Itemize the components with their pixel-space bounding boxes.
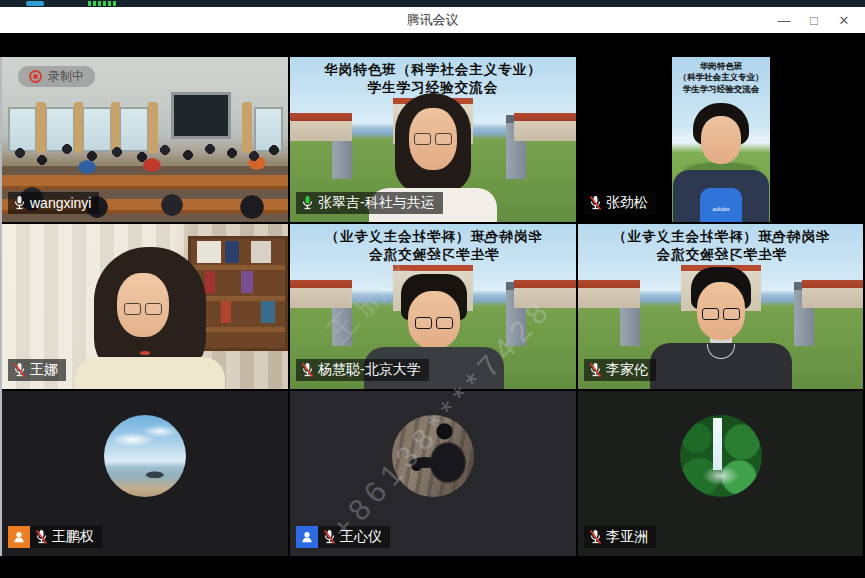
mic-muted-icon	[323, 529, 336, 545]
tshirt-shape	[700, 188, 742, 222]
window-titlebar[interactable]: 腾讯会议 — □ ✕	[0, 7, 865, 33]
participant-name: wangxinyi	[30, 195, 91, 211]
glasses-shape	[415, 317, 453, 329]
participant-figure: adidas	[672, 103, 770, 222]
mic-muted-icon	[589, 529, 602, 545]
torso-shape	[650, 343, 792, 389]
glasses-shape	[702, 308, 740, 320]
avatar-winter-photo	[392, 415, 474, 497]
torso-shape	[75, 357, 225, 389]
meeting-banner-small: 华岗特色班 （科学社会主义专业） 学生学习经验交流会	[672, 61, 770, 95]
participant-name: 李家伦	[606, 361, 648, 379]
recording-label: 录制中	[48, 68, 84, 85]
necklace-shape	[707, 344, 735, 359]
taskbar-green-indicator	[88, 1, 116, 6]
jacket-shape: adidas	[673, 170, 769, 222]
recording-indicator: 录制中	[18, 66, 95, 87]
portrait-video: 华岗特色班 （科学社会主义专业） 学生学习经验交流会 adidas	[672, 57, 770, 222]
video-tile-wangpengquan[interactable]: 王鹏权	[2, 391, 288, 556]
video-tile-wangna[interactable]: 王娜	[2, 224, 288, 389]
mic-icon	[13, 195, 26, 211]
glasses-shape	[124, 303, 162, 315]
glasses-shape	[414, 133, 452, 145]
meeting-banner-mirrored: 华岗特色班（科学社会主义专业） 学生学习经验交流会	[290, 228, 576, 264]
mic-muted-icon	[589, 195, 602, 211]
participant-label: 杨慧聪-北京大学	[296, 359, 429, 381]
participant-name: 张劲松	[606, 194, 648, 212]
participant-label: 张翠吉-科社与共运	[296, 192, 443, 214]
video-tile-wangxinyi[interactable]: 录制中 wangxinyi	[2, 57, 288, 222]
avatar-beach-photo	[104, 415, 186, 497]
meeting-video-grid: 录制中 wangxinyi 华岗特色班（科学社会主义专业） 学生学习经验交流会	[0, 33, 865, 578]
avatar-waterfall-photo	[680, 415, 762, 497]
video-tile-liyazhou[interactable]: 李亚洲	[578, 391, 863, 556]
mic-active-icon	[301, 195, 314, 211]
window-controls: — □ ✕	[769, 7, 859, 33]
meeting-banner: 华岗特色班（科学社会主义专业） 学生学习经验交流会	[290, 61, 576, 97]
close-button[interactable]: ✕	[829, 7, 859, 33]
desktop-strip	[0, 0, 865, 7]
participant-name: 张翠吉-科社与共运	[318, 194, 435, 212]
video-tile-wangxinyi2[interactable]: 王心仪	[290, 391, 576, 556]
participant-name: 王心仪	[340, 528, 382, 546]
member-badge-icon	[296, 526, 318, 548]
participant-name: 王鹏权	[52, 528, 94, 546]
participant-label: wangxinyi	[8, 192, 99, 214]
mic-muted-icon	[13, 362, 26, 378]
minimize-button[interactable]: —	[769, 7, 799, 33]
mic-muted-icon	[35, 529, 48, 545]
participant-label: 王心仪	[296, 526, 390, 548]
participant-label: 王娜	[8, 359, 66, 381]
participant-name: 王娜	[30, 361, 58, 379]
face-shape	[701, 116, 741, 164]
video-tile-lijialun[interactable]: 华岗特色班（科学社会主义专业） 学生学习经验交流会 李家伦	[578, 224, 863, 389]
participant-name: 杨慧聪-北京大学	[318, 361, 421, 379]
participant-figure	[646, 267, 796, 389]
host-badge-icon	[8, 526, 30, 548]
video-tile-zhangcuiji[interactable]: 华岗特色班（科学社会主义专业） 学生学习经验交流会 张翠吉-科社与共运	[290, 57, 576, 222]
participant-label: 王鹏权	[8, 526, 102, 548]
participant-label: 李家伦	[584, 359, 656, 381]
record-icon	[29, 70, 42, 83]
video-tile-yanghuicong[interactable]: 华岗特色班（科学社会主义专业） 学生学习经验交流会 杨慧聪-北京大学	[290, 224, 576, 389]
maximize-button[interactable]: □	[799, 7, 829, 33]
meeting-banner-mirrored: 华岗特色班（科学社会主义专业） 学生学习经验交流会	[578, 228, 863, 264]
mic-muted-icon	[589, 362, 602, 378]
participant-label: 张劲松	[584, 192, 656, 214]
lips-shape	[140, 351, 150, 355]
window-title: 腾讯会议	[407, 11, 459, 29]
participant-figure	[65, 247, 235, 389]
taskbar-blue-indicator	[26, 1, 44, 6]
participant-label: 李亚洲	[584, 526, 656, 548]
shirt-text: adidas	[712, 206, 730, 212]
participant-name: 李亚洲	[606, 528, 648, 546]
video-tile-zhangjinsong[interactable]: 华岗特色班 （科学社会主义专业） 学生学习经验交流会 adidas 张劲松	[578, 57, 863, 222]
mic-muted-icon	[301, 362, 314, 378]
